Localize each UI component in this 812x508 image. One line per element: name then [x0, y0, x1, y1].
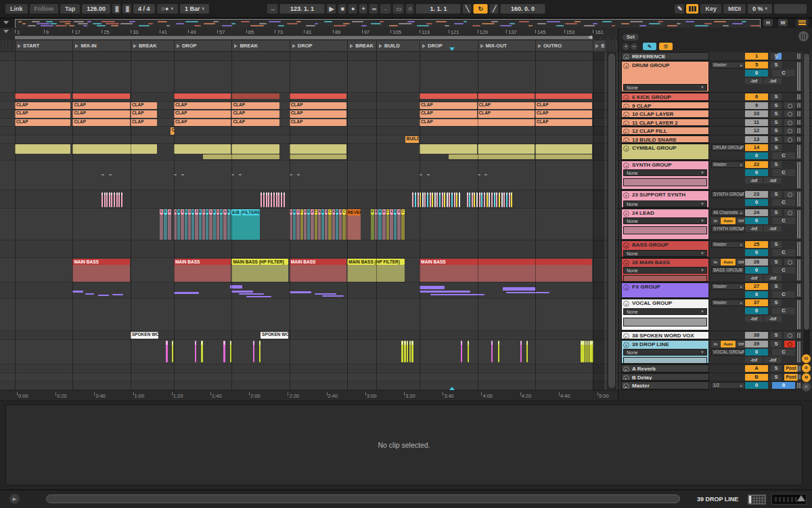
clip[interactable]: CLAP: [15, 119, 70, 126]
fx-bar[interactable]: [112, 294, 123, 295]
track-row-24-lead[interactable]: ▾24 LEADNone▼All Channels▼InAutoOffSYNTH…: [618, 209, 812, 240]
note-bar[interactable]: [432, 192, 433, 207]
arm-button[interactable]: [784, 136, 795, 143]
track-play-icon[interactable]: ▸: [623, 366, 629, 373]
send-display[interactable]: -inf: [745, 177, 763, 184]
track-name-cell[interactable]: ▾26 MAIN BASSNone▼: [621, 258, 709, 282]
monitor-off-button[interactable]: Off: [736, 259, 746, 266]
record-button[interactable]: ●: [348, 4, 357, 14]
midi-arrangement-overdub-button[interactable]: +: [359, 4, 367, 14]
solo-button[interactable]: S: [771, 93, 782, 100]
note-bar[interactable]: [268, 192, 269, 207]
clip-body[interactable]: [72, 265, 129, 282]
clip[interactable]: CLAP: [231, 102, 279, 109]
note-bar[interactable]: [511, 192, 512, 207]
fx-bar[interactable]: [290, 291, 311, 293]
mini-clip[interactable]: A: [325, 209, 328, 215]
mini-clip[interactable]: A: [390, 209, 393, 215]
note-bar[interactable]: [104, 192, 106, 207]
note-bar[interactable]: [489, 192, 490, 207]
note-bar[interactable]: [266, 192, 267, 207]
track-play-icon[interactable]: ▸: [623, 129, 629, 135]
device-chooser[interactable]: None▼: [623, 217, 707, 224]
mini-clip[interactable]: B: [185, 209, 187, 215]
drop-mark[interactable]: [172, 341, 174, 362]
clip[interactable]: BUILD SNARE: [405, 136, 419, 143]
clip[interactable]: [478, 144, 535, 154]
volume-display[interactable]: 0: [745, 70, 768, 77]
clip-slot[interactable]: [623, 318, 707, 326]
clip[interactable]: [72, 93, 129, 99]
group-fold-icon[interactable]: ≡: [623, 284, 629, 291]
note-bar[interactable]: [422, 192, 424, 207]
note-bar[interactable]: [479, 192, 480, 207]
routing-chooser[interactable]: Master▼: [711, 299, 745, 306]
track-number-display[interactable]: 11: [745, 119, 768, 126]
locator-drop[interactable]: DROP: [290, 41, 348, 51]
mini-clip[interactable]: C: [315, 209, 317, 215]
mini-clip[interactable]: A: [318, 209, 321, 215]
clip[interactable]: CLAP: [231, 110, 279, 118]
clip-body[interactable]: [174, 265, 231, 282]
track-row-synth-group[interactable]: ≡SYNTH GROUPNone▼Master▼22S0C-inf-inf: [618, 161, 812, 190]
track-row-9-clap[interactable]: ▸9 CLAP9S: [618, 102, 812, 110]
note-bar[interactable]: [121, 192, 122, 207]
post-toggle[interactable]: Post: [784, 374, 798, 381]
lock-envelopes-button[interactable]: ⚿: [659, 43, 673, 50]
track-name-cell[interactable]: ≡VOCAL GROUPNone▼: [621, 299, 709, 331]
track-row-23-support-synth[interactable]: ▾23 SUPPORT SYNTHNone▼SYNTH GROUP▼23S0C: [618, 190, 812, 209]
lane-38-spoken-word-vox[interactable]: SPOKEN WORD VOXSPOKEN WORD VOX: [0, 331, 618, 340]
insert-marker-top[interactable]: [449, 47, 455, 51]
punch-in-button[interactable]: ╲: [463, 4, 471, 14]
arm-button[interactable]: [784, 119, 795, 126]
track-number-display[interactable]: 5: [745, 62, 768, 68]
pan-display[interactable]: C: [772, 267, 795, 274]
scrollbar-handle[interactable]: [804, 54, 809, 330]
mini-clip[interactable]: B: [213, 209, 216, 215]
lane-drum-group[interactable]: [0, 61, 618, 93]
volume-display[interactable]: 0: [745, 217, 768, 224]
clip-header[interactable]: MAIN BASS: [420, 259, 592, 265]
send-display[interactable]: -inf: [764, 78, 782, 84]
beat-time-ruler[interactable]: 1917253341495765738189971051131211291371…: [0, 28, 618, 40]
capture-midi-button[interactable]: ○: [406, 4, 414, 14]
solo-button[interactable]: S: [771, 283, 782, 290]
solo-button[interactable]: S: [771, 241, 782, 248]
loop-button[interactable]: ↻: [473, 4, 488, 14]
track-number-display[interactable]: 38: [745, 332, 768, 339]
unfold-icon[interactable]: ▾: [623, 342, 629, 348]
device-chooser[interactable]: None▼: [623, 84, 707, 91]
track-name-cell[interactable]: ▸A Reverb: [621, 364, 709, 373]
clip[interactable]: CLAP: [131, 110, 157, 118]
clip[interactable]: [420, 144, 476, 154]
track-number-display[interactable]: 25: [745, 241, 768, 248]
device-chooser[interactable]: None▼: [623, 349, 707, 356]
note-bar[interactable]: [447, 192, 448, 207]
mini-clip[interactable]: A: [188, 209, 191, 215]
track-name-cell[interactable]: ≡REFERENCE: [621, 52, 709, 60]
note-bar[interactable]: [444, 192, 445, 207]
clip[interactable]: CLAP: [174, 119, 231, 126]
routing-chooser[interactable]: SYNTH GROUP▼: [711, 191, 745, 198]
clip[interactable]: [15, 93, 70, 99]
lane-a-reverb[interactable]: [0, 364, 618, 373]
clip[interactable]: [290, 144, 346, 154]
mini-clip[interactable]: C: [342, 209, 345, 215]
clip[interactable]: [535, 154, 592, 159]
track-number-display[interactable]: 14: [745, 144, 768, 151]
locator-break[interactable]: BREAK: [131, 41, 175, 51]
send-display[interactable]: -inf: [764, 316, 782, 322]
send-display[interactable]: -inf: [764, 177, 782, 184]
track-number-display[interactable]: B: [745, 374, 768, 381]
clip-header[interactable]: MAIN BASS: [290, 259, 346, 265]
note-bar[interactable]: [114, 192, 115, 207]
volume-display[interactable]: 0: [745, 291, 768, 298]
clip[interactable]: CLAP: [72, 102, 129, 109]
track-row-drum-group[interactable]: ≡DRUM GROUPNone▼Master▼5S0C-inf-inf: [618, 61, 812, 93]
note-bar[interactable]: [427, 192, 428, 207]
note-bar[interactable]: [456, 192, 457, 207]
mini-clip[interactable]: A: [382, 209, 386, 215]
mini-clip[interactable]: C: [300, 209, 303, 215]
clip[interactable]: SPOKEN WORD VOX: [131, 332, 158, 339]
track-row-11-clap-layer-2[interactable]: ▸11 CLAP LAYER 211S: [618, 119, 812, 127]
